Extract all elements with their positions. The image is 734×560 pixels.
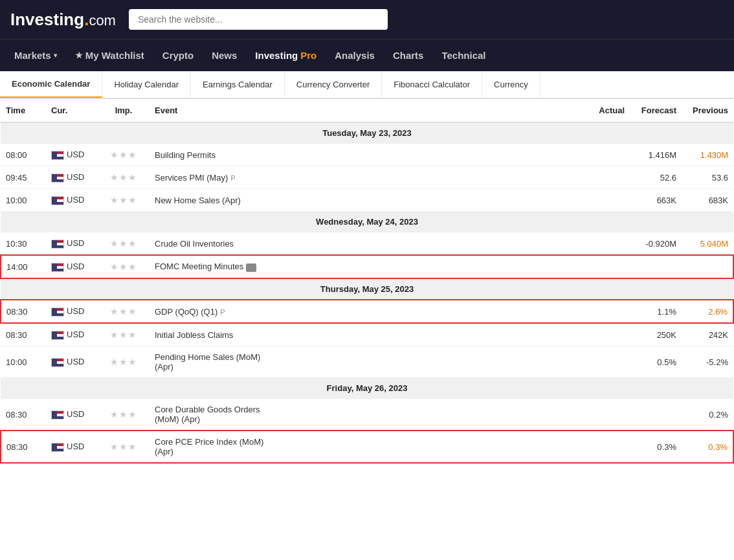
- event-forecast: 1.416M: [630, 144, 682, 166]
- subnav-economic-calendar[interactable]: Economic Calendar: [0, 71, 102, 98]
- event-importance: ★★★: [98, 346, 150, 378]
- event-importance: ★★★: [98, 431, 150, 463]
- col-imp: Imp.: [98, 99, 150, 123]
- flag-icon: [51, 410, 64, 420]
- event-previous: 0.3%: [682, 431, 733, 463]
- event-forecast: 1.1%: [630, 300, 682, 323]
- nav-item-news[interactable]: News: [203, 39, 246, 72]
- event-previous: 1.430M: [682, 144, 733, 166]
- economic-calendar-table: Time Cur. Imp. Event Actual Forecast Pre…: [0, 98, 734, 464]
- event-importance: ★★★: [98, 255, 150, 278]
- flag-icon: [51, 308, 64, 317]
- event-actual: [578, 346, 630, 378]
- event-name[interactable]: Pending Home Sales (MoM)(Apr): [150, 346, 578, 378]
- previous-value-link[interactable]: 5.040M: [700, 239, 728, 249]
- search-input[interactable]: [129, 9, 388, 30]
- document-icon: [246, 263, 256, 272]
- logo-dot: .: [84, 10, 89, 30]
- premium-badge: P: [220, 308, 225, 316]
- main-nav: Markets ▾ ★ My Watchlist Crypto News Inv…: [0, 39, 734, 71]
- event-currency: USD: [46, 399, 98, 431]
- table-row: 08:30 USD ★★★ Core PCE Price Index (MoM)…: [1, 431, 733, 463]
- nav-item-charts[interactable]: Charts: [384, 39, 433, 72]
- event-currency: USD: [46, 255, 98, 278]
- event-time: 14:00: [1, 255, 46, 278]
- forecast-value: 1.1%: [657, 307, 676, 317]
- event-forecast: 0.3%: [630, 431, 682, 463]
- event-forecast: 663K: [630, 189, 682, 212]
- event-previous: 5.040M: [682, 232, 733, 256]
- nav-item-markets[interactable]: Markets ▾: [5, 39, 66, 72]
- event-previous: -5.2%: [682, 346, 733, 378]
- event-name[interactable]: Building Permits: [150, 144, 578, 166]
- table-row: 10:00 USD ★★★ New Home Sales (Apr) 663K …: [1, 189, 733, 212]
- table-row: 10:00 USD ★★★ Pending Home Sales (MoM)(A…: [1, 346, 733, 378]
- event-previous: 0.2%: [682, 399, 733, 431]
- subnav-fibonacci[interactable]: Fibonacci Calculator: [382, 72, 482, 97]
- event-time: 10:00: [1, 189, 46, 212]
- event-name[interactable]: Services PMI (May)P: [150, 166, 578, 189]
- nav-item-watchlist[interactable]: ★ My Watchlist: [66, 39, 153, 72]
- subnav-currency-converter[interactable]: Currency Converter: [285, 72, 382, 97]
- nav-item-crypto[interactable]: Crypto: [153, 39, 203, 72]
- event-actual: [578, 189, 630, 212]
- date-section-row: Thursday, May 25, 2023: [1, 278, 733, 300]
- event-name[interactable]: Core PCE Price Index (MoM)(Apr): [150, 431, 578, 463]
- previous-value-link[interactable]: 2.6%: [708, 307, 728, 317]
- event-time: 08:30: [1, 431, 46, 463]
- col-previous: Previous: [682, 99, 733, 123]
- event-name[interactable]: Crude Oil Inventories: [150, 232, 578, 256]
- col-actual: Actual: [578, 99, 630, 123]
- event-name[interactable]: FOMC Meeting Minutes: [150, 255, 578, 278]
- forecast-value: 250K: [657, 330, 676, 340]
- event-currency: USD: [46, 232, 98, 256]
- forecast-value: 0.5%: [657, 357, 676, 367]
- event-name[interactable]: Initial Jobless Claims: [150, 323, 578, 346]
- subnav-currency[interactable]: Currency: [482, 72, 540, 97]
- event-actual: [578, 399, 630, 431]
- table-row: 08:00 USD ★★★ Building Permits 1.416M 1.…: [1, 144, 733, 166]
- table-row: 08:30 USD ★★★ Initial Jobless Claims 250…: [1, 323, 733, 346]
- subnav-earnings-calendar[interactable]: Earnings Calendar: [191, 72, 285, 97]
- event-importance: ★★★: [98, 300, 150, 323]
- event-actual: [578, 323, 630, 346]
- logo-com-text: com: [89, 12, 116, 29]
- event-previous: 53.6: [682, 166, 733, 189]
- previous-value: 0.2%: [709, 410, 728, 420]
- previous-value-link[interactable]: 1.430M: [700, 150, 728, 160]
- forecast-value: 663K: [657, 196, 676, 205]
- star-icon: ★: [75, 50, 83, 60]
- flag-icon: [51, 174, 64, 183]
- event-importance: ★★★: [98, 166, 150, 189]
- flag-icon: [51, 196, 64, 205]
- previous-value-link[interactable]: 0.3%: [708, 442, 728, 452]
- event-name[interactable]: New Home Sales (Apr): [150, 189, 578, 212]
- nav-item-investingpro[interactable]: InvestingPro: [246, 39, 326, 72]
- date-section-row: Tuesday, May 23, 2023: [1, 122, 733, 144]
- event-forecast: 0.5%: [630, 346, 682, 378]
- date-section-row: Friday, May 26, 2023: [1, 378, 733, 399]
- event-currency: USD: [46, 300, 98, 323]
- flag-icon: [51, 151, 64, 160]
- event-time: 08:30: [1, 300, 46, 323]
- sub-nav: Economic Calendar Holiday Calendar Earni…: [0, 71, 734, 98]
- event-previous: [682, 255, 733, 278]
- subnav-holiday-calendar[interactable]: Holiday Calendar: [102, 72, 191, 97]
- table-row: 10:30 USD ★★★ Crude Oil Inventories -0.9…: [1, 232, 733, 256]
- event-importance: ★★★: [98, 144, 150, 166]
- event-actual: [578, 300, 630, 323]
- table-row: 14:00 USD ★★★ FOMC Meeting Minutes: [1, 255, 733, 278]
- nav-item-analysis[interactable]: Analysis: [326, 39, 384, 72]
- event-name[interactable]: Core Durable Goods Orders(MoM) (Apr): [150, 399, 578, 431]
- date-section-row: Wednesday, May 24, 2023: [1, 212, 733, 232]
- nav-item-technical[interactable]: Technical: [432, 39, 495, 72]
- flag-icon: [51, 443, 64, 452]
- event-currency: USD: [46, 323, 98, 346]
- col-time: Time: [1, 99, 46, 123]
- chevron-down-icon: ▾: [54, 52, 57, 59]
- event-currency: USD: [46, 144, 98, 166]
- logo[interactable]: Investing.com: [10, 10, 116, 30]
- event-name[interactable]: GDP (QoQ) (Q1)P: [150, 300, 578, 323]
- forecast-value: 1.416M: [649, 150, 676, 160]
- table-header-row: Time Cur. Imp. Event Actual Forecast Pre…: [1, 99, 733, 123]
